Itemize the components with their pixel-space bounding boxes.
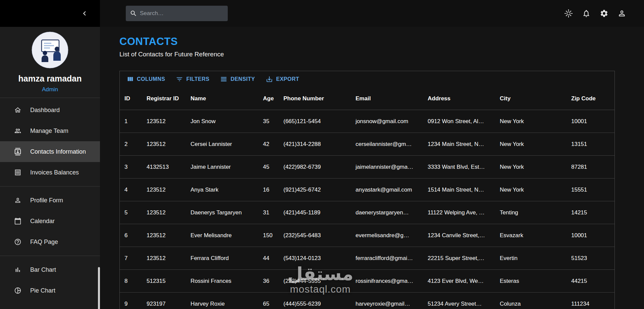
cell-phone[interactable]: (421)314-2288 [279, 141, 351, 148]
theme-toggle-button[interactable] [561, 6, 576, 21]
cell-email[interactable]: evermelisandre@g… [351, 232, 423, 239]
table-row[interactable]: 5123512Daenerys Targaryen31(421)445-1189… [120, 201, 614, 224]
cell-id[interactable]: 9 [120, 301, 142, 307]
density-button[interactable]: DENSITY [217, 73, 258, 85]
cell-address[interactable]: 1514 Main Street, N… [423, 187, 495, 193]
cell-zipCode[interactable]: 13151 [567, 141, 614, 148]
cell-zipCode[interactable]: 87281 [567, 164, 614, 170]
cell-address[interactable]: 3333 Want Blvd, Est… [423, 164, 495, 170]
cell-name[interactable]: Harvey Roxie [186, 301, 258, 307]
cell-id[interactable]: 6 [120, 232, 142, 239]
sidebar-item-bar-chart[interactable]: Bar Chart [0, 259, 100, 280]
cell-registrarId[interactable]: 123512 [142, 118, 186, 125]
cell-zipCode[interactable]: 15551 [567, 187, 614, 193]
cell-id[interactable]: 7 [120, 255, 142, 262]
sidebar-collapse-button[interactable] [77, 6, 92, 21]
cell-age[interactable]: 150 [258, 232, 279, 239]
cell-name[interactable]: Ferrara Clifford [186, 255, 258, 262]
cell-registrarId[interactable]: 123512 [142, 232, 186, 239]
cell-city[interactable]: Esvazark [495, 232, 567, 239]
cell-email[interactable]: jaimelannister@gma… [351, 164, 423, 170]
cell-id[interactable]: 1 [120, 118, 142, 125]
cell-age[interactable]: 36 [258, 278, 279, 285]
cell-phone[interactable]: (921)425-6742 [279, 187, 351, 193]
column-header-phone[interactable]: Phone Number [279, 95, 351, 102]
cell-phone[interactable]: (444)555-6239 [279, 301, 351, 307]
cell-age[interactable]: 31 [258, 209, 279, 216]
cell-name[interactable]: Daenerys Targaryen [186, 209, 258, 216]
export-button[interactable]: EXPORT [262, 73, 303, 85]
table-row[interactable]: 4123512Anya Stark16(921)425-6742anyastar… [120, 178, 614, 201]
cell-name[interactable]: Ever Melisandre [186, 232, 258, 239]
cell-email[interactable]: cerseilannister@gm… [351, 141, 423, 148]
settings-button[interactable] [597, 6, 611, 21]
cell-registrarId[interactable]: 512315 [142, 278, 186, 285]
column-header-id[interactable]: ID [120, 95, 142, 102]
cell-registrarId[interactable]: 123512 [142, 255, 186, 262]
column-header-name[interactable]: Name [186, 95, 258, 102]
cell-id[interactable]: 3 [120, 164, 142, 170]
table-row[interactable]: 2123512Cersei Lannister42(421)314-2288ce… [120, 133, 614, 156]
table-row[interactable]: 8512315Rossini Frances36(222)444-5555ros… [120, 270, 614, 293]
cell-city[interactable]: New York [495, 141, 567, 148]
cell-email[interactable]: daenerystargaryen… [351, 209, 423, 216]
cell-phone[interactable]: (232)545-6483 [279, 232, 351, 239]
sidebar-item-invoices-balances[interactable]: Invoices Balances [0, 162, 100, 183]
sidebar-item-faq-page[interactable]: FAQ Page [0, 231, 100, 252]
column-header-city[interactable]: City [495, 95, 567, 102]
cell-city[interactable]: New York [495, 187, 567, 193]
cell-name[interactable]: Anya Stark [186, 187, 258, 193]
cell-email[interactable]: anyastark@gmail.com [351, 187, 423, 193]
column-header-email[interactable]: Email [351, 95, 423, 102]
search-input[interactable] [140, 10, 224, 17]
sidebar-item-profile-form[interactable]: Profile Form [0, 190, 100, 211]
cell-id[interactable]: 4 [120, 187, 142, 193]
cell-registrarId[interactable]: 4132513 [142, 164, 186, 170]
cell-id[interactable]: 2 [120, 141, 142, 148]
cell-zipCode[interactable]: 10001 [567, 118, 614, 125]
cell-address[interactable]: 1234 Canvile Street,… [423, 232, 495, 239]
cell-id[interactable]: 8 [120, 278, 142, 285]
cell-city[interactable]: New York [495, 118, 567, 125]
cell-address[interactable]: 4123 Ever Blvd, We… [423, 278, 495, 285]
table-row[interactable]: 7123512Ferrara Clifford44(543)124-0123fe… [120, 247, 614, 270]
column-header-registrarId[interactable]: Registrar ID [142, 95, 186, 102]
cell-email[interactable]: ferraraclifford@gmai… [351, 255, 423, 262]
column-header-address[interactable]: Address [423, 95, 495, 102]
cell-age[interactable]: 45 [258, 164, 279, 170]
cell-registrarId[interactable]: 123512 [142, 187, 186, 193]
cell-city[interactable]: Tenting [495, 209, 567, 216]
cell-city[interactable]: Colunza [495, 301, 567, 307]
table-row[interactable]: 9923197Harvey Roxie65(444)555-6239harvey… [120, 293, 614, 309]
cell-age[interactable]: 65 [258, 301, 279, 307]
cell-phone[interactable]: (665)121-5454 [279, 118, 351, 125]
sidebar-scrollbar[interactable] [98, 267, 100, 309]
cell-registrarId[interactable]: 123512 [142, 141, 186, 148]
cell-city[interactable]: Evertin [495, 255, 567, 262]
cell-address[interactable]: 11122 Welping Ave, … [423, 209, 495, 216]
cell-age[interactable]: 16 [258, 187, 279, 193]
cell-age[interactable]: 35 [258, 118, 279, 125]
table-row[interactable]: 6123512Ever Melisandre150(232)545-6483ev… [120, 224, 614, 247]
cell-registrarId[interactable]: 923197 [142, 301, 186, 307]
cell-zipCode[interactable]: 51523 [567, 255, 614, 262]
sidebar-item-manage-team[interactable]: Manage Team [0, 120, 100, 141]
filters-button[interactable]: FILTERS [172, 73, 213, 85]
cell-zipCode[interactable]: 44215 [567, 278, 614, 285]
cell-age[interactable]: 42 [258, 141, 279, 148]
cell-email[interactable]: rossinifrances@gma… [351, 278, 423, 285]
cell-registrarId[interactable]: 123512 [142, 209, 186, 216]
cell-city[interactable]: New York [495, 164, 567, 170]
cell-name[interactable]: Jon Snow [186, 118, 258, 125]
profile-menu-button[interactable] [614, 6, 629, 21]
cell-id[interactable]: 5 [120, 209, 142, 216]
columns-button[interactable]: COLUMNS [123, 73, 168, 85]
cell-phone[interactable]: (222)444-5555 [279, 278, 351, 285]
cell-address[interactable]: 0912 Won Street, Al… [423, 118, 495, 125]
cell-zipCode[interactable]: 14215 [567, 209, 614, 216]
sidebar-item-calendar[interactable]: Calendar [0, 211, 100, 231]
cell-name[interactable]: Cersei Lannister [186, 141, 258, 148]
table-row[interactable]: 34132513Jaime Lannister45(422)982-6739ja… [120, 156, 614, 178]
cell-zipCode[interactable]: 10001 [567, 232, 614, 239]
cell-address[interactable]: 51234 Avery Street… [423, 301, 495, 307]
